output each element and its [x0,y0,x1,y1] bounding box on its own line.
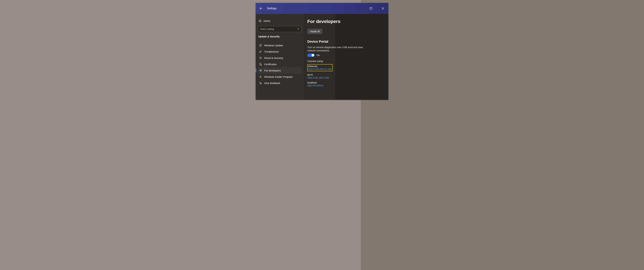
developers-icon [259,69,262,72]
connection-name: localhost [307,81,385,84]
connection-link-wifi[interactable]: https://192.168.0.168 [307,76,329,79]
connection-ethernet: Ethernet https://169.254.91.235 [308,65,331,70]
sidebar-item-give-feedback[interactable]: Give feedback [258,80,302,86]
svg-point-14 [260,71,261,71]
wrench-icon [259,50,262,53]
sidebar-item-reset-recovery[interactable]: Reset & recovery [258,55,302,61]
back-button[interactable] [258,5,264,12]
unpair-all-button[interactable]: Unpair all [307,29,322,34]
search-icon [297,28,300,31]
svg-point-7 [261,64,261,65]
connect-using-label: Connect using: [307,60,385,63]
sidebar-section-label: Update & Security [258,35,302,38]
content-pane: For developers Unpair all Device Portal … [304,14,388,100]
sidebar-item-label: Certificates [264,63,277,66]
device-portal-toggle-row: On [307,54,385,57]
close-button[interactable] [380,5,386,12]
ethernet-highlight-box: Ethernet https://169.254.91.235 [307,64,332,71]
person-icon [259,75,262,78]
svg-point-17 [260,82,260,83]
connection-name: Ethernet [308,65,331,68]
close-icon [381,7,384,10]
slate-icon [369,7,373,10]
connection-link-ethernet[interactable]: https://169.254.91.235 [308,68,331,70]
certificate-icon [259,63,262,66]
feedback-icon [259,81,262,84]
device-portal-description: Turn on remote diagnostics over USB and … [307,46,367,52]
sidebar-item-for-developers[interactable]: For developers [258,67,302,74]
sidebar-item-insider-program[interactable]: Windows Insider Program [258,74,302,80]
sidebar-item-label: For developers [264,69,281,72]
connection-localhost: localhost https://localhost [307,81,385,87]
sidebar-item-label: Windows Update [264,44,283,47]
sidebar-item-label: Troubleshoot [264,50,278,53]
toggle-knob [312,54,314,57]
page-heading: For developers [307,19,385,24]
toggle-state-label: On [316,54,320,57]
connection-link-localhost[interactable]: https://localhost [307,84,323,87]
connection-name: Wi-Fi [307,74,385,76]
connection-wifi: Wi-Fi https://192.168.0.168 [307,74,385,79]
sidebar-item-troubleshoot[interactable]: Troubleshoot [258,48,302,55]
sidebar-item-certificates[interactable]: Certificates [258,61,302,67]
svg-point-16 [260,76,261,77]
sidebar-item-label: Give feedback [264,82,280,84]
sidebar-nav: Windows Update Troubleshoot Reset & reco… [258,42,302,86]
window-title: Settings [267,7,276,10]
search-input[interactable] [260,28,297,31]
svg-point-4 [298,28,299,29]
window-body: Home Update & Security Windows Update [256,14,388,100]
svg-line-8 [261,65,261,65]
settings-window: Settings Home [256,3,388,100]
svg-point-13 [260,70,260,70]
sidebar-item-label: Reset & recovery [264,57,283,59]
titlebar: Settings [256,3,388,14]
svg-point-15 [261,70,261,70]
sidebar-home[interactable]: Home [258,19,302,23]
svg-line-5 [299,29,300,30]
window-mode-button[interactable] [368,5,374,12]
svg-line-1 [370,8,370,10]
sidebar-item-label: Windows Insider Program [264,75,293,78]
history-icon [259,56,262,59]
search-box[interactable] [258,26,302,32]
home-icon [259,19,262,23]
sidebar-home-label: Home [264,20,270,22]
back-arrow-icon [259,7,263,11]
refresh-icon [259,44,262,47]
device-portal-toggle[interactable] [307,54,314,57]
device-portal-heading: Device Portal [307,40,385,44]
sidebar-item-windows-update[interactable]: Windows Update [258,42,302,48]
sidebar: Home Update & Security Windows Update [256,14,304,100]
